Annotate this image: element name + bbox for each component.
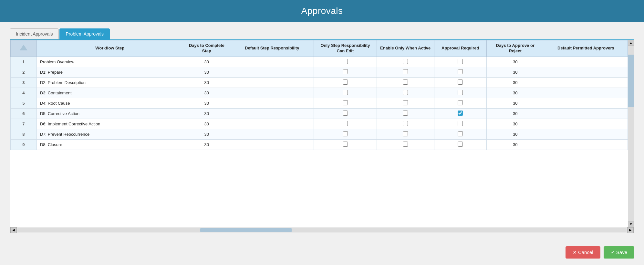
checkbox-only-step[interactable]	[343, 90, 348, 95]
cell-only-step[interactable]	[314, 108, 377, 119]
cell-days-complete: 30	[183, 98, 230, 108]
checkbox-only-step[interactable]	[343, 59, 348, 64]
table-row: 9D8: Closure3030	[11, 139, 628, 150]
checkbox-approval-req[interactable]	[458, 100, 463, 105]
cell-approval-req[interactable]	[434, 88, 486, 98]
checkbox-approval-req[interactable]	[458, 142, 463, 147]
cell-workflow-name: D7: Prevent Reoccurrence	[36, 129, 183, 139]
checkbox-only-step[interactable]	[343, 142, 348, 147]
cell-workflow-name: D5: Corrective Action	[36, 108, 183, 119]
cell-days-approve: 30	[486, 88, 544, 98]
cell-workflow-name: D6: Implement Corrective Action	[36, 119, 183, 129]
cell-row-num: 3	[11, 77, 37, 88]
checkbox-approval-req[interactable]	[458, 80, 463, 85]
cell-approval-req[interactable]	[434, 108, 486, 119]
cell-workflow-name: D8: Closure	[36, 139, 183, 150]
cell-default-permitted	[544, 108, 628, 119]
cell-enable-only[interactable]	[377, 119, 434, 129]
vscroll-track	[628, 46, 634, 221]
cell-days-complete: 30	[183, 129, 230, 139]
vscroll-down-button[interactable]: ▼	[628, 221, 634, 227]
cell-row-num: 8	[11, 129, 37, 139]
hscroll-thumb[interactable]	[200, 228, 292, 232]
tabs-row: Incident Approvals Problem Approvals	[10, 28, 634, 39]
sort-triangle-icon	[20, 45, 27, 50]
vscroll-thumb[interactable]	[628, 55, 634, 107]
footer: ✕ Cancel ✓ Save	[0, 240, 644, 265]
cell-approval-req[interactable]	[434, 57, 486, 67]
hscroll-right-button[interactable]: ▶	[627, 227, 634, 233]
cell-enable-only[interactable]	[377, 108, 434, 119]
checkbox-enable-only[interactable]	[403, 111, 408, 116]
table-row: 5D4: Root Cause3030	[11, 98, 628, 108]
cell-workflow-name: D1: Prepare	[36, 67, 183, 77]
tab-incident[interactable]: Incident Approvals	[10, 28, 59, 39]
cell-only-step[interactable]	[314, 67, 377, 77]
checkbox-approval-req[interactable]	[458, 59, 463, 64]
cell-approval-req[interactable]	[434, 98, 486, 108]
horizontal-scrollbar[interactable]: ◀ ▶	[10, 227, 634, 233]
checkbox-approval-req[interactable]	[458, 69, 463, 74]
cell-only-step[interactable]	[314, 139, 377, 150]
checkbox-only-step[interactable]	[343, 69, 348, 74]
page-body: Incident Approvals Problem Approvals Wor…	[0, 22, 644, 240]
checkbox-enable-only[interactable]	[403, 69, 408, 74]
cell-approval-req[interactable]	[434, 77, 486, 88]
table-row: 3D2: Problem Description3030	[11, 77, 628, 88]
checkbox-enable-only[interactable]	[403, 90, 408, 95]
checkbox-only-step[interactable]	[343, 121, 348, 126]
cell-default-resp	[230, 57, 314, 67]
cell-only-step[interactable]	[314, 77, 377, 88]
cell-enable-only[interactable]	[377, 67, 434, 77]
checkbox-only-step[interactable]	[343, 111, 348, 116]
cell-enable-only[interactable]	[377, 98, 434, 108]
checkbox-only-step[interactable]	[343, 100, 348, 105]
checkbox-only-step[interactable]	[343, 131, 348, 136]
hscroll-left-button[interactable]: ◀	[10, 227, 17, 233]
cell-only-step[interactable]	[314, 129, 377, 139]
cell-row-num: 1	[11, 57, 37, 67]
cell-approval-req[interactable]	[434, 129, 486, 139]
tab-problem[interactable]: Problem Approvals	[59, 28, 110, 39]
col-header-rownum	[11, 40, 37, 57]
cell-enable-only[interactable]	[377, 57, 434, 67]
save-button[interactable]: ✓ Save	[604, 246, 634, 259]
checkbox-enable-only[interactable]	[403, 80, 408, 85]
checkbox-approval-req[interactable]	[458, 131, 463, 136]
checkbox-approval-req[interactable]	[458, 90, 463, 95]
checkbox-enable-only[interactable]	[403, 121, 408, 126]
checkbox-approval-req[interactable]	[458, 111, 463, 116]
cell-only-step[interactable]	[314, 119, 377, 129]
cell-enable-only[interactable]	[377, 139, 434, 150]
cell-days-complete: 30	[183, 88, 230, 98]
cell-approval-req[interactable]	[434, 67, 486, 77]
cell-enable-only[interactable]	[377, 88, 434, 98]
cell-only-step[interactable]	[314, 57, 377, 67]
cell-enable-only[interactable]	[377, 77, 434, 88]
checkbox-enable-only[interactable]	[403, 59, 408, 64]
cell-default-permitted	[544, 119, 628, 129]
hscroll-track	[17, 228, 627, 232]
checkbox-enable-only[interactable]	[403, 100, 408, 105]
cell-default-resp	[230, 108, 314, 119]
cell-workflow-name: Problem Overview	[36, 57, 183, 67]
cell-default-resp	[230, 139, 314, 150]
cell-approval-req[interactable]	[434, 139, 486, 150]
cell-row-num: 5	[11, 98, 37, 108]
table-scroll[interactable]: Workflow Step Days to Complete Step Defa…	[10, 40, 634, 150]
cell-only-step[interactable]	[314, 88, 377, 98]
vertical-scrollbar[interactable]: ▲ ▼	[628, 40, 634, 227]
cancel-button[interactable]: ✕ Cancel	[566, 246, 600, 259]
cell-workflow-name: D3: Containment	[36, 88, 183, 98]
cell-days-approve: 30	[486, 57, 544, 67]
cell-only-step[interactable]	[314, 98, 377, 108]
cell-enable-only[interactable]	[377, 129, 434, 139]
checkbox-approval-req[interactable]	[458, 121, 463, 126]
checkbox-only-step[interactable]	[343, 80, 348, 85]
vscroll-up-button[interactable]: ▲	[628, 40, 634, 46]
cell-approval-req[interactable]	[434, 119, 486, 129]
checkbox-enable-only[interactable]	[403, 131, 408, 136]
checkbox-enable-only[interactable]	[403, 142, 408, 147]
table-row: 6D5: Corrective Action3030	[11, 108, 628, 119]
cell-default-permitted	[544, 88, 628, 98]
